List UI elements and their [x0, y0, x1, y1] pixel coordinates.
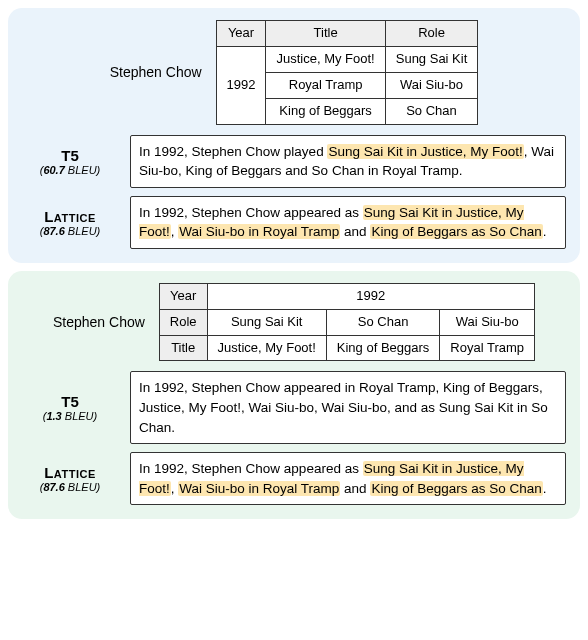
panel-top: Stephen Chow Year Title Role 1992 Justic… — [8, 8, 580, 263]
bottom-caption-text: Stephen Chow — [53, 314, 145, 330]
t5-label: T5 (1.3 BLEU) — [22, 393, 118, 422]
bottom-lattice-row: Lattice (87.6 BLEU) In 1992, Stephen Cho… — [22, 452, 566, 505]
cell-year: 1992 — [216, 46, 266, 124]
cell-role: Sung Sai Kit — [207, 309, 326, 335]
cell-role: Wai Siu-bo — [385, 72, 478, 98]
table-row: Title Justice, My Foot! King of Beggars … — [159, 335, 534, 361]
cell-role: Wai Siu-bo — [440, 309, 535, 335]
col-title-header: Title — [266, 21, 385, 47]
cell-year-label: Year — [159, 283, 207, 309]
t5-bleu: (1.3 BLEU) — [22, 410, 118, 422]
table-row: Role Sung Sai Kit So Chan Wai Siu-bo — [159, 309, 534, 335]
cell-title: Justice, My Foot! — [266, 46, 385, 72]
cell-title: Royal Tramp — [440, 335, 535, 361]
lattice-label: Lattice (87.6 BLEU) — [22, 464, 118, 493]
col-role-header: Role — [385, 21, 478, 47]
table-row: 1992 Justice, My Foot! Sung Sai Kit — [216, 46, 478, 72]
lattice-label: Lattice (87.6 BLEU) — [22, 208, 118, 237]
cell-title: King of Beggars — [326, 335, 440, 361]
bottom-caption: Stephen Chow — [53, 313, 145, 331]
t5-text: In 1992, Stephen Chow appeared in Royal … — [139, 380, 548, 434]
bleu-unit: BLEU — [68, 481, 97, 493]
cell-title: Royal Tramp — [266, 72, 385, 98]
lattice-bleu-val: 87.6 — [43, 225, 64, 237]
bleu-unit: BLEU — [68, 225, 97, 237]
lattice-name: Lattice — [22, 208, 118, 225]
cell-title: King of Beggars — [266, 98, 385, 124]
highlight: King of Beggars as So Chan — [370, 481, 542, 496]
bleu-unit: BLEU — [65, 410, 94, 422]
cell-role-label: Role — [159, 309, 207, 335]
lattice-pre: In 1992, Stephen Chow appeared as — [139, 461, 363, 476]
cell-title: Justice, My Foot! — [207, 335, 326, 361]
top-t5-row: T5 (60.7 BLEU) In 1992, Stephen Chow pla… — [22, 135, 566, 188]
top-table-wrap: Stephen Chow Year Title Role 1992 Justic… — [22, 20, 566, 125]
lattice-bleu: (87.6 BLEU) — [22, 481, 118, 493]
lattice-mid2: and — [340, 481, 370, 496]
highlight: King of Beggars as So Chan — [370, 224, 542, 239]
cell-role: So Chan — [326, 309, 440, 335]
t5-label: T5 (60.7 BLEU) — [22, 147, 118, 176]
t5-name: T5 — [22, 393, 118, 410]
col-year-header: Year — [216, 21, 266, 47]
t5-bleu-val: 1.3 — [46, 410, 61, 422]
cell-year-value: 1992 — [207, 283, 534, 309]
cell-role: So Chan — [385, 98, 478, 124]
table-row: Year Title Role — [216, 21, 478, 47]
lattice-output-box: In 1992, Stephen Chow appeared as Sung S… — [130, 452, 566, 505]
t5-output-box: In 1992, Stephen Chow played Sung Sai Ki… — [130, 135, 566, 188]
table-row: Year 1992 — [159, 283, 534, 309]
t5-bleu: (60.7 BLEU) — [22, 164, 118, 176]
t5-output-box: In 1992, Stephen Chow appeared in Royal … — [130, 371, 566, 444]
lattice-post: . — [543, 224, 547, 239]
panel-bottom: Stephen Chow Year 1992 Role Sung Sai Kit… — [8, 271, 580, 519]
bleu-unit: BLEU — [68, 164, 97, 176]
lattice-pre: In 1992, Stephen Chow appeared as — [139, 205, 363, 220]
t5-bleu-val: 60.7 — [43, 164, 64, 176]
t5-pre: In 1992, Stephen Chow played — [139, 144, 327, 159]
t5-name: T5 — [22, 147, 118, 164]
lattice-name: Lattice — [22, 464, 118, 481]
lattice-output-box: In 1992, Stephen Chow appeared as Sung S… — [130, 196, 566, 249]
top-table: Year Title Role 1992 Justice, My Foot! S… — [216, 20, 479, 125]
lattice-mid2: and — [340, 224, 370, 239]
bottom-table: Year 1992 Role Sung Sai Kit So Chan Wai … — [159, 283, 535, 362]
highlight: Wai Siu-bo in Royal Tramp — [178, 224, 340, 239]
highlight: Sung Sai Kit in Justice, My Foot! — [327, 144, 523, 159]
lattice-bleu-val: 87.6 — [43, 481, 64, 493]
highlight: Wai Siu-bo in Royal Tramp — [178, 481, 340, 496]
top-caption: Stephen Chow — [110, 63, 202, 81]
cell-title-label: Title — [159, 335, 207, 361]
lattice-post: . — [543, 481, 547, 496]
cell-role: Sung Sai Kit — [385, 46, 478, 72]
bottom-table-wrap: Stephen Chow Year 1992 Role Sung Sai Kit… — [22, 283, 566, 362]
lattice-bleu: (87.6 BLEU) — [22, 225, 118, 237]
top-lattice-row: Lattice (87.6 BLEU) In 1992, Stephen Cho… — [22, 196, 566, 249]
bottom-t5-row: T5 (1.3 BLEU) In 1992, Stephen Chow appe… — [22, 371, 566, 444]
top-caption-text: Stephen Chow — [110, 64, 202, 80]
